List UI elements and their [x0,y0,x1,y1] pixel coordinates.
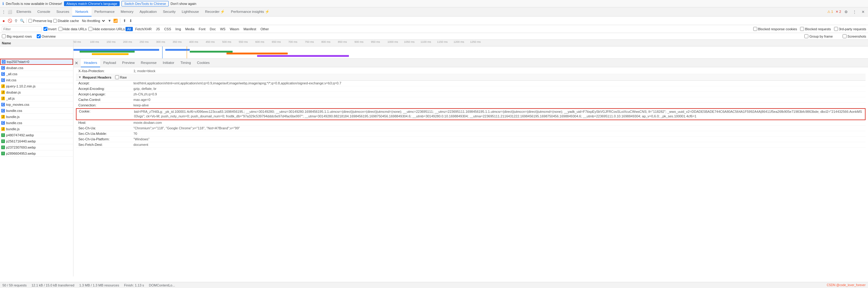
request-item-bundle-js-1[interactable]: J bundle.js [0,114,73,120]
panel-tab-headers[interactable]: Headers [81,59,100,67]
clear-button[interactable]: 🚫 [7,19,12,23]
filter-type-css[interactable]: CSS [162,27,173,31]
request-item-init-css[interactable]: C init.css [0,77,73,83]
filter-type-wasm[interactable]: Wasm [228,27,241,31]
req-icon-img-3: I [1,146,5,149]
request-item-all-js[interactable]: J _all.js [0,96,73,102]
panel-tab-timing[interactable]: Timing [177,59,194,67]
filter-type-js[interactable]: JS [154,27,162,31]
hide-ext-urls-label[interactable]: Hide extension URLs [89,27,125,31]
tab-recorder[interactable]: Recorder ⚡ [202,7,228,16]
filter-type-manifest[interactable]: Manifest [242,27,258,31]
raw-checkbox-label[interactable]: Raw [115,75,127,79]
req-icon-js: J [1,84,5,88]
hide-data-urls-label[interactable]: Hide data URLs [58,27,87,31]
filter-input[interactable] [2,26,42,32]
request-item-bundle-js-2[interactable]: J bundle.js [0,126,73,132]
screenshots-label[interactable]: Screenshots [843,34,866,38]
third-party-label[interactable]: 3rd-party requests [834,27,866,31]
match-language-button[interactable]: Always match Chrome's language [64,1,120,6]
devtools-inspect-icon[interactable]: ⬜ [7,9,12,14]
filter-type-other[interactable]: Other [259,27,271,31]
tab-elements[interactable]: Elements [13,7,34,16]
tab-lighthouse[interactable]: Lighthouse [179,7,202,16]
screenshots-checkbox[interactable] [843,34,846,38]
record-button[interactable]: ● [1,19,6,23]
search-icon[interactable]: 🔍 [20,19,25,23]
settings-icon[interactable]: ⚙ [843,9,848,14]
switch-language-button[interactable]: Switch DevTools to Chinese [122,1,168,6]
panel-tab-payload[interactable]: Payload [100,59,119,67]
panel-tab-cookies[interactable]: Cookies [194,59,213,67]
filter-type-all[interactable]: All [125,27,133,31]
devtools-menu-icon[interactable]: ⋮ [1,9,6,14]
tab-sources[interactable]: Sources [53,7,72,16]
hide-ext-urls-checkbox[interactable] [89,27,92,31]
throttle-select[interactable]: No throttling [80,19,106,23]
overview-checkbox-label[interactable]: Overview [37,34,56,38]
panel-tab-initiator[interactable]: Initiator [160,59,178,67]
group-by-frame-label[interactable]: Group by frame [804,34,833,38]
import-har-icon[interactable]: ⬆ [122,19,127,23]
blocked-cookies-checkbox[interactable] [753,27,757,31]
tab-memory[interactable]: Memory [118,7,136,16]
req-name: bundle.js [6,127,20,131]
request-item-douban-js[interactable]: J douban.js [0,89,73,96]
tick-1200ms: 1200 ms [454,40,464,43]
request-item-bundle-css-2[interactable]: C bundle.css [0,120,73,126]
sec-ch-ua-platform-value: "Windows" [133,137,863,141]
request-item-img-3[interactable]: I p2372307693.webp [0,144,73,150]
big-request-rows-checkbox[interactable] [2,34,6,38]
disable-cache-checkbox[interactable] [53,19,57,23]
request-item-top-movies-css[interactable]: C top_movies.css [0,102,73,108]
request-item-all-css[interactable]: C _all.css [0,71,73,77]
request-item-top250[interactable]: D top250?start=0 [0,59,73,65]
filter-icon[interactable]: ⚲ [13,19,18,23]
filter-type-font[interactable]: Font [197,27,207,31]
tab-console[interactable]: Console [34,7,53,16]
requests-panel[interactable]: D top250?start=0 C douban.css C _all.css… [0,59,73,276]
blocked-cookies-label[interactable]: Blocked response cookies [753,27,797,31]
invert-checkbox-label[interactable]: Invert [43,27,57,31]
group-by-frame-checkbox[interactable] [804,34,808,38]
wifi-icon[interactable]: 📶 [113,19,118,23]
request-item-img-4[interactable]: I p2896604953.webp [0,150,73,156]
tab-performance[interactable]: Performance [92,7,118,16]
third-party-checkbox[interactable] [834,27,838,31]
request-item-jquery[interactable]: J jquery-1.10.2.min.js [0,83,73,89]
filter-type-doc[interactable]: Doc [208,27,218,31]
blocked-requests-label[interactable]: Blocked requests [800,27,831,31]
tab-security[interactable]: Security [160,7,179,16]
tab-network[interactable]: Network [72,7,91,16]
dont-show-again-link[interactable]: Don't show again [170,2,196,5]
panel-tab-preview[interactable]: Preview [119,59,138,67]
throttle-dropdown-icon[interactable]: ▼ [107,19,112,23]
export-har-icon[interactable]: ⬇ [128,19,133,23]
more-icon[interactable]: ⋮ [852,9,857,14]
filter-type-media[interactable]: Media [183,27,196,31]
filter-type-fetch[interactable]: Fetch/XHR [133,27,154,31]
close-icon[interactable]: ✕ [861,9,866,14]
preserve-log-checkbox[interactable] [28,19,32,23]
tab-application[interactable]: Application [136,7,160,16]
invert-checkbox[interactable] [43,27,48,31]
error-badge: ✕ 2 [836,10,841,14]
request-item-img-1[interactable]: I p480747492.webp [0,132,73,138]
panel-close-button[interactable]: ✕ [75,61,79,65]
tab-performance-insights[interactable]: Performance insights ⚡ [228,7,272,16]
hide-data-urls-checkbox[interactable] [58,27,62,31]
big-request-rows-label[interactable]: Big request rows [2,34,32,38]
request-item-bundle-css-1[interactable]: C bundle.css [0,108,73,114]
disable-cache-checkbox-label[interactable]: Disable cache [53,19,79,23]
panel-tab-response[interactable]: Response [138,59,160,67]
raw-checkbox[interactable] [115,75,119,79]
blocked-requests-checkbox[interactable] [800,27,804,31]
tick-850ms: 850 ms [338,40,347,43]
filter-type-ws[interactable]: WS [218,27,227,31]
request-item-img-2[interactable]: I p2561716440.webp [0,138,73,144]
overview-checkbox[interactable] [37,34,41,38]
filter-type-img[interactable]: Img [174,27,183,31]
request-item-douban-css[interactable]: C douban.css [0,65,73,71]
preserve-log-checkbox-label[interactable]: Preserve log [28,19,52,23]
request-headers-title[interactable]: ▼ Request Headers Raw [76,74,866,81]
